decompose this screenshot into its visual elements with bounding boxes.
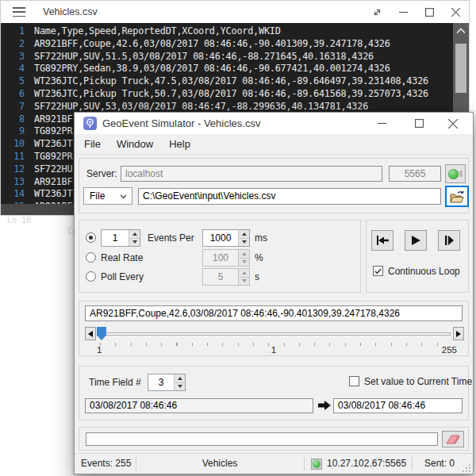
csv-line: 1Name,Type,Speed,ReportedDT,XCoord,YCoor… bbox=[1, 25, 469, 38]
spin-down bbox=[239, 277, 249, 286]
minimize-icon[interactable] bbox=[370, 113, 393, 134]
menu-window[interactable]: Window bbox=[109, 134, 161, 154]
play-icon bbox=[410, 235, 421, 246]
editor-titlebar: Vehicles.csv bbox=[1, 1, 469, 23]
spin-up[interactable] bbox=[129, 230, 140, 238]
spin-down[interactable] bbox=[129, 238, 140, 247]
events-per-radio[interactable] bbox=[86, 232, 96, 243]
slider-track[interactable] bbox=[98, 332, 451, 336]
slider-labels: 1 1 255 bbox=[79, 345, 468, 356]
open-folder-icon bbox=[449, 190, 465, 204]
time-field-spinner[interactable]: 3 bbox=[148, 374, 186, 391]
close-icon[interactable] bbox=[443, 1, 469, 23]
slider-label-mid: 1 bbox=[79, 345, 468, 355]
progress-group bbox=[79, 427, 469, 451]
minimize-icon[interactable] bbox=[390, 1, 416, 23]
menu-help[interactable]: Help bbox=[161, 134, 198, 154]
events-count: Events: 255 bbox=[81, 458, 131, 469]
connection-status-icon bbox=[311, 459, 322, 470]
slider-right-arrow[interactable] bbox=[453, 327, 464, 340]
menu-file[interactable]: File bbox=[76, 134, 109, 154]
interval-spinner[interactable]: 1000 bbox=[202, 229, 250, 247]
maximize-icon[interactable] bbox=[416, 1, 443, 23]
simulator-titlebar: GeoEvent Simulator - Vehicles.csv bbox=[75, 113, 473, 134]
file-path-input[interactable]: C:\GeoEvent\input\Vehicles.csv bbox=[138, 188, 441, 205]
diagonal-expand-icon[interactable] bbox=[364, 1, 390, 23]
sent-count: Sent: 0 bbox=[424, 458, 455, 469]
server-port-input[interactable]: 5565 bbox=[389, 166, 441, 182]
slider-label-end: 255 bbox=[442, 345, 457, 355]
ms-unit-label: ms bbox=[255, 232, 267, 244]
real-rate-radio[interactable] bbox=[86, 252, 96, 263]
green-status-ball bbox=[448, 169, 459, 179]
playback-group: Continuous Loop bbox=[366, 220, 469, 293]
set-current-time-checkbox[interactable] bbox=[349, 376, 359, 386]
rate-group: 1 Events Per 1000 ms Real Rate 100 % Pol… bbox=[79, 220, 361, 293]
clear-button[interactable] bbox=[442, 431, 464, 447]
percent-unit-label: % bbox=[255, 252, 263, 263]
poll-every-label: Poll Every bbox=[101, 271, 144, 282]
chevron-down-icon bbox=[120, 194, 127, 199]
statusbar-separator bbox=[304, 457, 305, 470]
resize-grip-icon[interactable] bbox=[463, 463, 471, 472]
check-icon bbox=[374, 268, 382, 274]
play-button[interactable] bbox=[405, 230, 427, 251]
continuous-loop-label: Continuous Loop bbox=[388, 266, 460, 277]
thick-right-arrow-icon bbox=[318, 400, 331, 411]
events-per-label: Events Per bbox=[148, 232, 194, 244]
csv-line: 6WT236JTC,Pickup Truck,50.7,03/08/2017 0… bbox=[1, 88, 469, 101]
csv-line: 4TG892PRY,Sedan,38.9,03/08/2017 08:46:46… bbox=[1, 63, 469, 75]
open-file-button[interactable] bbox=[445, 186, 469, 207]
slider-left-arrow[interactable] bbox=[85, 327, 96, 340]
spin-down[interactable] bbox=[239, 238, 249, 247]
geoevent-logo bbox=[83, 117, 97, 130]
spin-down bbox=[239, 258, 249, 267]
connection-group: Server: localhost 5565 File C:\GeoEvent\… bbox=[79, 158, 469, 213]
spin-down[interactable] bbox=[175, 382, 185, 391]
line-indicator: Ln 10 bbox=[7, 215, 31, 226]
spin-up bbox=[239, 269, 249, 277]
spin-up bbox=[239, 250, 249, 258]
feed-name: Vehicles bbox=[136, 458, 304, 469]
scroll-up-icon[interactable] bbox=[456, 28, 466, 34]
continuous-loop-checkbox[interactable] bbox=[373, 266, 383, 276]
real-rate-spinner: 100 bbox=[202, 249, 250, 267]
menu-icon[interactable] bbox=[13, 7, 25, 17]
seconds-unit-label: s bbox=[255, 271, 259, 282]
poll-spinner: 5 bbox=[202, 268, 250, 286]
endpoint-address: 10.27.102.67:5565 bbox=[327, 458, 406, 469]
server-label: Server: bbox=[86, 168, 117, 179]
menubar: File Window Help bbox=[75, 134, 473, 155]
time-to-field[interactable]: 03/08/2017 08:46:46 bbox=[333, 398, 463, 413]
skip-to-start-icon bbox=[375, 235, 390, 246]
time-from-field[interactable]: 03/08/2017 08:46:46 bbox=[85, 398, 313, 413]
skip-to-start-button[interactable] bbox=[371, 230, 393, 251]
csv-line: 5WT236JTC,Pickup Truck,47.5,03/08/2017 0… bbox=[1, 75, 469, 88]
time-field-label: Time Field # bbox=[89, 377, 141, 388]
csv-line: 3SF722HUP,SUV,51.5,03/08/2017 08:46:46,-… bbox=[1, 51, 469, 63]
poll-every-radio[interactable] bbox=[86, 271, 96, 282]
maximize-icon[interactable] bbox=[407, 113, 431, 134]
events-count-spinner[interactable]: 1 bbox=[101, 229, 140, 247]
close-icon[interactable] bbox=[441, 113, 465, 134]
current-event-field[interactable]: AR921BFF,Coupe,42.6,03/08/2017 08:46:46,… bbox=[85, 305, 463, 321]
progress-field bbox=[86, 432, 438, 446]
step-forward-button[interactable] bbox=[438, 230, 460, 251]
spin-up[interactable] bbox=[175, 374, 185, 382]
spin-up[interactable] bbox=[239, 230, 249, 238]
simulator-statusbar: Events: 255 Vehicles 10.27.102.67:5565 S… bbox=[75, 453, 473, 474]
editor-title: Vehicles.csv bbox=[43, 6, 98, 17]
source-type-select[interactable]: File bbox=[83, 187, 132, 205]
time-group: Time Field # 3 Set value to Current Time… bbox=[79, 366, 469, 420]
source-type-value: File bbox=[90, 190, 105, 202]
connect-button[interactable] bbox=[445, 164, 466, 183]
step-forward-icon bbox=[443, 235, 455, 246]
set-current-time-label: Set value to Current Time bbox=[364, 376, 472, 387]
window-title: GeoEvent Simulator - Vehicles.csv bbox=[102, 113, 260, 134]
statusbar-separator bbox=[412, 457, 413, 470]
scrollbar-thumb[interactable] bbox=[455, 44, 466, 93]
real-rate-label: Real Rate bbox=[101, 252, 143, 263]
server-host-input[interactable]: localhost bbox=[121, 166, 382, 182]
slider-group: AR921BFF,Coupe,42.6,03/08/2017 08:46:46,… bbox=[79, 301, 469, 356]
slider-thumb[interactable] bbox=[97, 327, 106, 340]
